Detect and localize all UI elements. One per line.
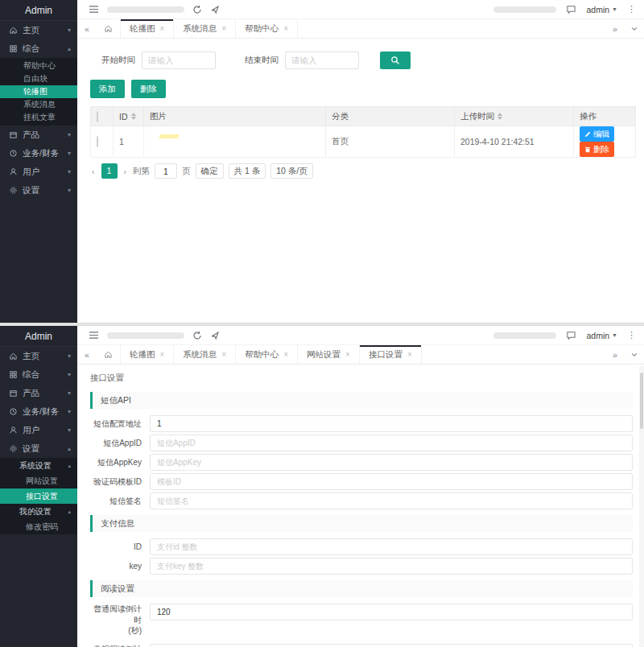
close-icon[interactable]: × — [221, 24, 226, 33]
goto-confirm-button[interactable]: 确定 — [196, 163, 224, 179]
sidebar-item-settings[interactable]: 设置 ▴ — [0, 439, 77, 458]
sidebar-item-general[interactable]: 综合 ▴ — [0, 39, 77, 58]
sidebar-item-my-settings[interactable]: 我的设置 ▴ — [0, 504, 77, 519]
sms-appid-input[interactable] — [150, 435, 633, 451]
goto-page-input[interactable] — [155, 163, 177, 179]
sidebar-item-free-block[interactable]: 自由块 — [0, 72, 77, 85]
start-time-input[interactable] — [142, 52, 216, 69]
tabs-collapse-left[interactable]: « — [77, 345, 97, 364]
sidebar-item-label: 主页 — [23, 25, 39, 36]
scrollbar-thumb[interactable] — [640, 373, 643, 429]
sidebar-item-system-message[interactable]: 系统消息 — [0, 98, 77, 111]
share-icon[interactable] — [210, 5, 220, 14]
tabs-collapse-left[interactable]: « — [77, 19, 97, 38]
sidebar-item-home[interactable]: 主页 ▾ — [0, 21, 77, 39]
read-normal-input[interactable] — [150, 604, 633, 620]
section-reading-settings: 阅读设置 — [90, 580, 633, 597]
sidebar-item-general[interactable]: 综合 ▾ — [0, 365, 77, 384]
chevron-up-icon: ▴ — [68, 45, 71, 52]
select-all-checkbox[interactable] — [97, 111, 98, 122]
sms-template-id-input[interactable] — [150, 473, 633, 490]
chevron-up-icon: ▴ — [68, 504, 71, 519]
top-header: admin ▼ ⋮ — [77, 0, 644, 19]
sms-appkey-input[interactable] — [150, 454, 633, 471]
read-bronze-input[interactable] — [150, 644, 633, 647]
sidebar-item-home[interactable]: 主页 ▾ — [0, 347, 77, 365]
user-menu[interactable]: admin ▼ — [586, 331, 617, 340]
section-payment-info: 支付信息 — [90, 515, 633, 532]
more-options-icon[interactable]: ⋮ — [627, 4, 636, 14]
menu-icon[interactable] — [89, 5, 99, 14]
tab-interface-settings[interactable]: 接口设置× — [360, 345, 422, 364]
close-icon[interactable]: × — [283, 350, 288, 359]
refresh-icon[interactable] — [192, 5, 202, 14]
share-icon[interactable] — [210, 331, 220, 340]
close-icon[interactable]: × — [160, 24, 165, 33]
field-label: 短信配置地址 — [90, 418, 150, 430]
sidebar-item-carousel[interactable]: 轮播图 — [0, 85, 77, 98]
sidebar-item-site-settings[interactable]: 网站设置 — [0, 473, 77, 488]
row-delete-button[interactable]: 删除 — [580, 142, 614, 157]
delete-button[interactable]: 删除 — [131, 80, 166, 98]
user-menu[interactable]: admin ▼ — [586, 5, 617, 14]
pay-key-input[interactable] — [150, 558, 633, 575]
tab-help-center[interactable]: 帮助中心× — [236, 345, 298, 364]
tab-carousel[interactable]: 轮播图× — [121, 345, 174, 364]
row-checkbox[interactable] — [97, 136, 98, 147]
edit-button[interactable]: 编辑 — [580, 126, 614, 142]
sidebar-item-label: 综合 — [23, 369, 39, 381]
close-icon[interactable]: × — [345, 350, 350, 359]
tab-home[interactable] — [97, 19, 121, 38]
sidebar-menu: 主页 ▾ 综合 ▾ 产品 ▾ 业务/财务 ▾ 用户 ▾ — [0, 347, 77, 534]
chat-icon[interactable] — [566, 331, 576, 340]
tab-carousel[interactable]: 轮播图× — [121, 19, 174, 38]
sort-icon[interactable] — [131, 113, 136, 120]
sidebar-item-product[interactable]: 产品 ▾ — [0, 126, 77, 144]
tab-system-message[interactable]: 系统消息× — [174, 345, 236, 364]
username: admin — [586, 331, 609, 340]
sidebar-item-business[interactable]: 业务/财务 ▾ — [0, 402, 77, 421]
more-options-icon[interactable]: ⋮ — [627, 330, 636, 340]
sidebar-item-help-center[interactable]: 帮助中心 — [0, 60, 77, 72]
close-icon[interactable]: × — [160, 350, 165, 359]
sidebar-item-user[interactable]: 用户 ▾ — [0, 421, 77, 439]
sidebar-item-product[interactable]: 产品 ▾ — [0, 384, 77, 402]
sms-signature-input[interactable] — [150, 492, 633, 509]
pay-id-input[interactable] — [150, 538, 633, 555]
sidebar-item-settings[interactable]: 设置 ▾ — [0, 181, 77, 200]
tabs-menu-icon[interactable] — [625, 19, 644, 38]
add-button[interactable]: 添加 — [90, 80, 125, 98]
chat-icon[interactable] — [566, 5, 576, 14]
sidebar-item-label: 业务/财务 — [23, 406, 59, 418]
sidebar-item-label: 用户 — [23, 425, 39, 436]
tabs-scroll-right[interactable]: » — [605, 345, 625, 364]
search-button[interactable] — [380, 52, 411, 69]
current-page[interactable]: 1 — [101, 163, 118, 179]
tab-site-settings[interactable]: 网站设置× — [298, 345, 360, 364]
scrollbar[interactable] — [639, 366, 644, 647]
sidebar-item-interface-settings[interactable]: 接口设置 — [0, 488, 77, 504]
row-id: 1 — [119, 137, 124, 146]
sidebar-item-user[interactable]: 用户 ▾ — [0, 163, 77, 181]
tab-home[interactable] — [97, 345, 121, 364]
sidebar-item-change-password[interactable]: 修改密码 — [0, 519, 77, 534]
sort-icon[interactable] — [497, 113, 502, 120]
per-page-select[interactable]: 10 条/页 — [270, 163, 313, 179]
sms-config-url-input[interactable] — [150, 415, 633, 432]
close-icon[interactable]: × — [283, 24, 288, 33]
end-time-input[interactable] — [285, 52, 359, 69]
close-icon[interactable]: × — [221, 350, 226, 359]
sidebar-item-system-settings[interactable]: 系统设置 ▴ — [0, 458, 77, 473]
menu-icon[interactable] — [89, 331, 99, 340]
next-page-icon[interactable]: › — [122, 167, 129, 176]
box-icon — [9, 130, 18, 139]
tab-help-center[interactable]: 帮助中心× — [236, 19, 298, 38]
tabs-menu-icon[interactable] — [625, 345, 644, 364]
tab-system-message[interactable]: 系统消息× — [174, 19, 236, 38]
sidebar-item-idle-articles[interactable]: 挂机文章 — [0, 111, 77, 124]
prev-page-icon[interactable]: ‹ — [90, 167, 97, 176]
tabs-scroll-right[interactable]: » — [605, 19, 625, 38]
close-icon[interactable]: × — [407, 350, 412, 359]
sidebar-item-business[interactable]: 业务/财务 ▾ — [0, 144, 77, 163]
refresh-icon[interactable] — [192, 331, 202, 340]
